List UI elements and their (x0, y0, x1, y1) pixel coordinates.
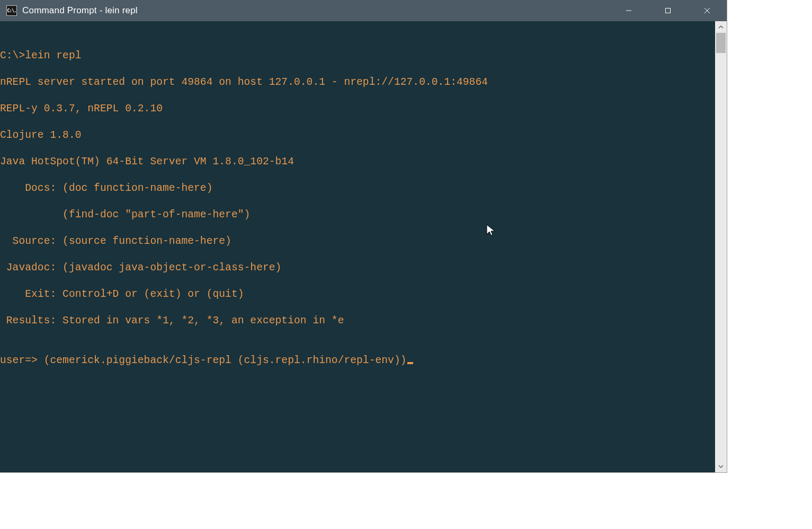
terminal-line: Source: (source function-name-here) (0, 235, 715, 248)
close-icon (704, 7, 710, 14)
window-title: Command Prompt - lein repl (22, 5, 138, 16)
command-prompt-window: C:\. Command Prompt - lein repl C:\>lein… (0, 0, 727, 472)
close-button[interactable] (688, 0, 727, 21)
terminal-output[interactable]: C:\>lein repl nREPL server started on po… (0, 21, 715, 472)
chevron-up-icon (718, 24, 724, 30)
terminal-line: Java HotSpot(TM) 64-Bit Server VM 1.8.0_… (0, 155, 715, 169)
terminal-line: C:\>lein repl (0, 49, 715, 63)
maximize-icon (665, 7, 671, 14)
terminal-line: (find-doc "part-of-name-here") (0, 208, 715, 222)
scrollbar-thumb[interactable] (716, 33, 726, 53)
text-cursor (407, 362, 413, 364)
terminal-line: Exit: Control+D or (exit) or (quit) (0, 288, 715, 301)
client-area: C:\>lein repl nREPL server started on po… (0, 21, 727, 472)
minimize-icon (626, 7, 632, 14)
maximize-button[interactable] (648, 0, 688, 21)
scrollbar-track[interactable] (715, 33, 727, 461)
terminal-prompt-text: user=> (cemerick.piggieback/cljs-repl (c… (0, 355, 407, 366)
terminal-line: Docs: (doc function-name-here) (0, 182, 715, 195)
terminal-line: REPL-y 0.3.7, nREPL 0.2.10 (0, 102, 715, 116)
scrollbar-down-button[interactable] (715, 461, 727, 472)
cmd-app-icon: C:\. (6, 5, 17, 16)
terminal-prompt-line[interactable]: user=> (cemerick.piggieback/cljs-repl (c… (0, 354, 715, 367)
minimize-button[interactable] (609, 0, 648, 21)
scrollbar-up-button[interactable] (715, 21, 727, 33)
svg-rect-1 (666, 8, 671, 13)
terminal-line: nREPL server started on port 49864 on ho… (0, 76, 715, 89)
terminal-line: Javadoc: (javadoc java-object-or-class-h… (0, 261, 715, 275)
terminal-line: Results: Stored in vars *1, *2, *3, an e… (0, 314, 715, 328)
titlebar[interactable]: C:\. Command Prompt - lein repl (0, 0, 727, 21)
chevron-down-icon (718, 464, 724, 469)
vertical-scrollbar[interactable] (715, 21, 727, 472)
terminal-line: Clojure 1.8.0 (0, 129, 715, 142)
